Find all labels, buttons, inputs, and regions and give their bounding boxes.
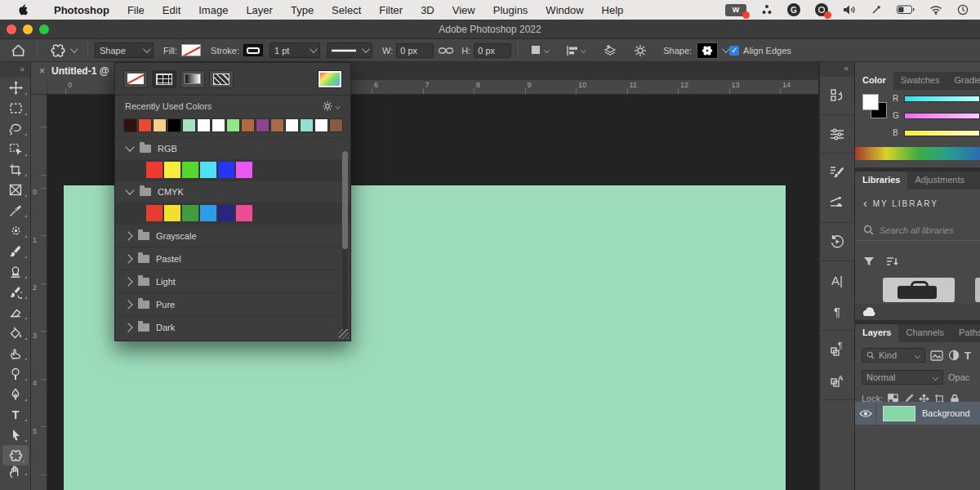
blend-mode-select[interactable]: Normal xyxy=(862,370,943,385)
fill-swatch[interactable] xyxy=(181,44,201,56)
slashed-tool-icon[interactable] xyxy=(871,4,882,16)
clock-icon[interactable] xyxy=(957,4,969,16)
recording-app-icon[interactable] xyxy=(815,3,828,16)
home-icon[interactable] xyxy=(11,44,25,57)
color-swatch[interactable] xyxy=(314,118,328,132)
g-app-icon[interactable]: G xyxy=(787,3,800,16)
picker-settings-button[interactable] xyxy=(322,100,341,112)
stroke-style-select[interactable] xyxy=(327,42,372,58)
color-swatch[interactable] xyxy=(182,162,198,178)
color-swatch[interactable] xyxy=(164,205,180,221)
menu-item[interactable]: Plugins xyxy=(484,4,537,16)
wifi-icon[interactable] xyxy=(929,5,942,15)
collapsed-group-row[interactable]: Pastel xyxy=(115,247,350,270)
foreground-color-swatch[interactable] xyxy=(862,94,879,110)
paint-bucket-tool[interactable] xyxy=(0,323,31,343)
document-tab[interactable]: × Untitled-1 @ xyxy=(31,62,120,80)
color-swatch[interactable] xyxy=(167,118,181,132)
brush-settings-panel-icon[interactable] xyxy=(820,157,854,188)
back-chevron-icon[interactable]: ‹ xyxy=(863,197,867,210)
wacom-badge-icon[interactable]: W xyxy=(725,4,746,16)
library-search-field[interactable]: Search all libraries xyxy=(855,223,980,241)
color-swatch[interactable] xyxy=(236,205,252,221)
fill-pattern-button[interactable] xyxy=(209,70,234,88)
path-arrangement-button[interactable] xyxy=(603,44,617,57)
menu-item[interactable]: Type xyxy=(282,4,323,16)
library-back-row[interactable]: ‹ MY LIBRARY xyxy=(855,196,980,211)
color-swatch[interactable] xyxy=(164,162,180,178)
tool-mode-select[interactable]: Shape xyxy=(95,42,154,58)
history-brush-tool[interactable] xyxy=(0,282,31,302)
color-swatch[interactable] xyxy=(300,118,314,132)
popup-resize-grip[interactable] xyxy=(339,329,349,339)
color-swatch[interactable] xyxy=(285,118,299,132)
tab-libraries[interactable]: Libraries xyxy=(855,172,907,189)
character-panel-icon[interactable]: A| xyxy=(820,265,854,296)
gear-icon[interactable] xyxy=(634,44,647,57)
dodge-tool[interactable] xyxy=(0,363,31,384)
collapsed-group-row[interactable]: Grayscale xyxy=(115,224,350,247)
fill-solid-color-button[interactable] xyxy=(152,70,176,88)
version-history-panel-icon[interactable] xyxy=(820,80,854,111)
stroke-width-select[interactable]: 1 pt xyxy=(270,42,320,58)
close-tab-icon[interactable]: × xyxy=(39,65,45,77)
color-swatch[interactable] xyxy=(200,205,216,221)
color-swatch[interactable] xyxy=(146,205,163,221)
vertical-ruler[interactable]: 012345 xyxy=(31,95,47,490)
filter-funnel-icon[interactable] xyxy=(863,256,875,267)
layer-thumbnail[interactable] xyxy=(883,406,915,421)
align-edges-checkbox[interactable]: ✓ xyxy=(729,46,739,56)
menu-item[interactable]: 3D xyxy=(412,4,443,16)
history-panel-icon[interactable] xyxy=(820,226,854,257)
color-swatch[interactable] xyxy=(212,118,225,132)
menu-item[interactable]: View xyxy=(443,4,484,16)
stroke-swatch[interactable] xyxy=(243,44,263,56)
menu-item[interactable]: Help xyxy=(593,4,633,16)
fill-none-button[interactable] xyxy=(123,70,148,88)
scrollbar-thumb[interactable] xyxy=(342,151,348,249)
filter-pixel-layers-icon[interactable] xyxy=(930,350,943,361)
green-channel-slider[interactable]: G xyxy=(893,112,980,119)
group-cmyk-header[interactable]: CMYK xyxy=(115,180,350,203)
color-swatch[interactable] xyxy=(182,205,198,221)
layer-name[interactable]: Background xyxy=(922,408,970,418)
color-swatch[interactable] xyxy=(200,162,216,178)
lasso-tool[interactable] xyxy=(0,118,31,139)
color-swatch[interactable] xyxy=(256,118,270,132)
move-tool[interactable] xyxy=(0,78,31,98)
menu-item[interactable]: Window xyxy=(537,4,592,16)
menu-item[interactable]: File xyxy=(118,4,154,16)
collapsed-group-row[interactable]: Light xyxy=(115,270,350,292)
custom-shape-tool[interactable] xyxy=(2,445,29,466)
object-selection-tool[interactable] xyxy=(0,139,31,159)
toolbar-expand-button[interactable]: » xyxy=(0,62,30,78)
library-asset-thumbnail-partial[interactable] xyxy=(975,278,980,302)
fill-gradient-button[interactable] xyxy=(180,70,205,88)
menu-item[interactable]: Layer xyxy=(237,4,282,16)
color-swatch[interactable] xyxy=(241,118,255,132)
path-selection-tool[interactable] xyxy=(0,425,31,445)
layer-filter-kind-select[interactable]: Kind xyxy=(862,348,925,363)
filter-type-layers-icon[interactable]: T xyxy=(964,350,971,362)
properties-panel-icon[interactable] xyxy=(820,118,854,149)
menu-item[interactable]: Photoshop xyxy=(42,4,118,16)
popup-scrollbar[interactable] xyxy=(342,151,348,332)
color-swatch[interactable] xyxy=(329,118,343,132)
smudge-tool[interactable] xyxy=(0,343,31,363)
red-channel-slider[interactable]: R xyxy=(893,95,980,102)
tab-layers[interactable]: Layers xyxy=(855,324,898,342)
blue-channel-slider[interactable]: B xyxy=(893,129,980,136)
layer-visibility-toggle[interactable] xyxy=(855,402,876,425)
color-swatch[interactable] xyxy=(226,118,240,132)
color-swatch[interactable] xyxy=(197,118,211,132)
apple-logo-icon[interactable] xyxy=(16,3,28,16)
library-asset-thumbnail[interactable] xyxy=(883,278,955,302)
tab-adjustments[interactable]: Adjustments xyxy=(907,172,972,189)
ruler-corner[interactable] xyxy=(31,80,47,95)
tab-swatches[interactable]: Swatches xyxy=(893,72,947,90)
eraser-tool[interactable] xyxy=(0,302,31,323)
tab-color[interactable]: Color xyxy=(855,72,893,90)
foreground-background-swatches[interactable] xyxy=(862,94,887,118)
tab-channels[interactable]: Channels xyxy=(898,324,951,342)
menu-item[interactable]: Filter xyxy=(370,4,412,16)
